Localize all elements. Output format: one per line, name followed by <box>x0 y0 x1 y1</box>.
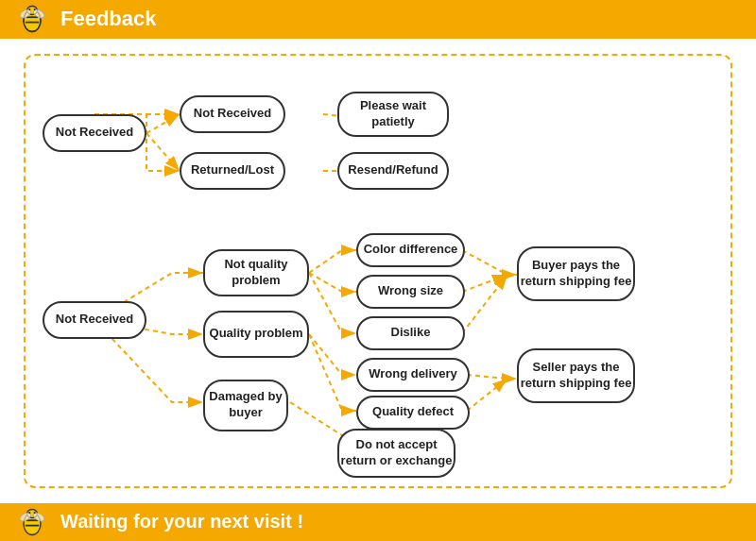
do-not-accept-node: Do not accept return or exchange <box>337 429 455 478</box>
svg-line-10 <box>146 114 180 133</box>
returned-lost-node: Returned/Lost <box>180 152 285 190</box>
quality-problem-node: Quality problem <box>203 311 309 358</box>
header: Feedback <box>0 0 756 39</box>
resend-refund-node: Resend/Refund <box>337 152 449 190</box>
page: Feedback <box>0 0 756 541</box>
bee-icon-header <box>15 2 49 36</box>
please-wait-node: Please wait patietly <box>337 92 449 137</box>
bee-icon-footer <box>15 505 49 539</box>
footer: Waiting for your next visit ! <box>0 503 756 542</box>
wrong-size-node: Wrong size <box>356 275 465 309</box>
svg-point-7 <box>28 8 30 10</box>
header-title: Feedback <box>60 7 157 31</box>
main-content: Not Received Not Received Returned/Lost … <box>0 39 756 503</box>
dislike-node: Dislike <box>356 316 465 350</box>
svg-point-8 <box>34 8 36 10</box>
quality-defect-node: Quality defect <box>356 396 470 430</box>
damaged-by-buyer-node: Damaged by buyer <box>203 380 288 431</box>
seller-pays-node: Seller pays the return shipping fee <box>517 348 635 403</box>
not-received-bottom-left: Not Received <box>43 301 146 339</box>
color-difference-node: Color difference <box>356 233 465 267</box>
wrong-delivery-node: Wrong delivery <box>356 358 470 392</box>
footer-title: Waiting for your next visit ! <box>60 511 303 533</box>
svg-point-23 <box>34 512 36 514</box>
not-received-top-left: Not Received <box>43 114 146 152</box>
svg-line-11 <box>146 133 180 171</box>
not-received-box: Not Received <box>180 95 285 133</box>
buyer-pays-node: Buyer pays the return shipping fee <box>517 246 635 301</box>
svg-point-22 <box>28 512 30 514</box>
not-quality-problem-node: Not quality problem <box>203 249 309 296</box>
diagram-container: Not Received Not Received Returned/Lost … <box>24 54 732 488</box>
